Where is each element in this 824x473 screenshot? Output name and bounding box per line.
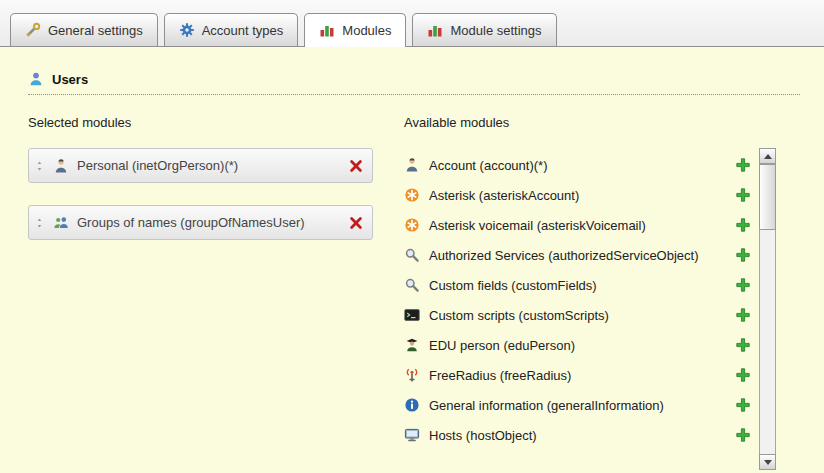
add-icon <box>735 277 751 293</box>
available-module-row: Custom fields (customFields) <box>404 270 751 300</box>
modules-icon <box>427 22 443 38</box>
available-module-row: EDU person (eduPerson) <box>404 330 751 360</box>
add-icon <box>735 337 751 353</box>
add-module-button[interactable] <box>735 217 751 233</box>
scroll-down-icon <box>764 460 772 465</box>
available-modules-list: Account (account)(*) Asterisk (asteriskA… <box>404 150 751 470</box>
available-module-row: FreeRadius (freeRadius) <box>404 360 751 390</box>
users-icon <box>28 71 44 87</box>
tab-label: Account types <box>202 23 284 38</box>
person-icon <box>404 157 420 173</box>
module-columns: Selected modules Personal (inetOrgPerson… <box>28 115 776 470</box>
magnifier-icon <box>404 277 420 293</box>
add-icon <box>735 187 751 203</box>
scrollbar-track[interactable] <box>760 230 775 455</box>
add-icon <box>735 247 751 263</box>
remove-module-button[interactable] <box>348 215 364 231</box>
selected-module-row[interactable]: Personal (inetOrgPerson)(*) <box>28 148 373 183</box>
magnifier-icon <box>404 247 420 263</box>
available-module-label: Custom scripts (customScripts) <box>429 308 726 323</box>
selected-module-row[interactable]: Groups of names (groupOfNamesUser) <box>28 205 373 240</box>
scroll-up-icon <box>764 154 772 159</box>
add-module-button[interactable] <box>735 247 751 263</box>
available-module-label: EDU person (eduPerson) <box>429 338 726 353</box>
tab-account-types[interactable]: Account types <box>164 13 299 46</box>
available-module-label: Hosts (hostObject) <box>429 428 726 443</box>
delete-icon <box>348 158 364 174</box>
add-icon <box>735 307 751 323</box>
section-title-label: Users <box>52 72 88 87</box>
add-module-button[interactable] <box>735 307 751 323</box>
add-module-button[interactable] <box>735 367 751 383</box>
selected-modules-list: Personal (inetOrgPerson)(*) Groups of na… <box>28 148 404 240</box>
tab-modules[interactable]: Modules <box>304 13 406 47</box>
selected-modules-heading: Selected modules <box>28 115 404 130</box>
add-module-button[interactable] <box>735 277 751 293</box>
add-module-button[interactable] <box>735 397 751 413</box>
info-icon <box>404 397 420 413</box>
available-module-label: Asterisk (asteriskAccount) <box>429 188 726 203</box>
available-module-label: FreeRadius (freeRadius) <box>429 368 726 383</box>
scroll-down-button[interactable] <box>759 454 776 470</box>
available-module-row: Asterisk (asteriskAccount) <box>404 180 751 210</box>
available-module-row: General information (generalInformation) <box>404 390 751 420</box>
edu-person-icon <box>404 337 420 353</box>
add-icon <box>735 397 751 413</box>
available-modules-scrollbar[interactable] <box>759 148 776 470</box>
tab-general-settings[interactable]: General settings <box>10 13 158 46</box>
available-module-row: Asterisk voicemail (asteriskVoicemail) <box>404 210 751 240</box>
tab-module-settings[interactable]: Module settings <box>412 13 556 46</box>
section-header-users: Users <box>28 71 800 95</box>
available-module-row: Account (account)(*) <box>404 150 751 180</box>
selected-module-label: Groups of names (groupOfNamesUser) <box>77 215 340 230</box>
modules-config-panel: Users Selected modules Personal (inetOrg… <box>0 47 824 470</box>
available-modules-body: Account (account)(*) Asterisk (asteriskA… <box>404 148 776 470</box>
available-module-label: General information (generalInformation) <box>429 398 726 413</box>
group-icon <box>53 215 69 231</box>
person-icon <box>53 158 69 174</box>
tab-bar: General settings Account types Modules M… <box>0 0 824 47</box>
available-module-row: Custom scripts (customScripts) <box>404 300 751 330</box>
available-module-label: Custom fields (customFields) <box>429 278 726 293</box>
available-module-label: Authorized Services (authorizedServiceOb… <box>429 248 726 263</box>
add-module-button[interactable] <box>735 157 751 173</box>
add-icon <box>735 217 751 233</box>
available-modules-heading: Available modules <box>404 115 776 130</box>
add-module-button[interactable] <box>735 337 751 353</box>
available-module-label: Asterisk voicemail (asteriskVoicemail) <box>429 218 726 233</box>
add-module-button[interactable] <box>735 427 751 443</box>
tab-label: General settings <box>48 23 143 38</box>
tools-icon <box>25 22 41 38</box>
available-module-row: Authorized Services (authorizedServiceOb… <box>404 240 751 270</box>
asterisk-icon <box>404 217 420 233</box>
host-icon <box>404 427 420 443</box>
remove-module-button[interactable] <box>348 158 364 174</box>
gear-icon <box>179 22 195 38</box>
add-icon <box>735 157 751 173</box>
asterisk-icon <box>404 187 420 203</box>
add-icon <box>735 427 751 443</box>
tab-label: Module settings <box>450 23 541 38</box>
tab-label: Modules <box>342 23 391 38</box>
modules-icon <box>319 22 335 38</box>
radius-icon <box>404 367 420 383</box>
scrollbar-thumb[interactable] <box>759 164 776 230</box>
selected-module-label: Personal (inetOrgPerson)(*) <box>77 158 340 173</box>
drag-handle-icon[interactable] <box>34 159 45 173</box>
tabs: General settings Account types Modules M… <box>10 0 824 46</box>
scroll-up-button[interactable] <box>759 148 776 164</box>
available-modules-column: Available modules Account (account)(*) A… <box>404 115 776 470</box>
drag-handle-icon[interactable] <box>34 216 45 230</box>
selected-modules-column: Selected modules Personal (inetOrgPerson… <box>28 115 404 470</box>
available-module-row: Hosts (hostObject) <box>404 420 751 450</box>
delete-icon <box>348 215 364 231</box>
terminal-icon <box>404 307 420 323</box>
add-module-button[interactable] <box>735 187 751 203</box>
add-icon <box>735 367 751 383</box>
available-module-label: Account (account)(*) <box>429 158 726 173</box>
